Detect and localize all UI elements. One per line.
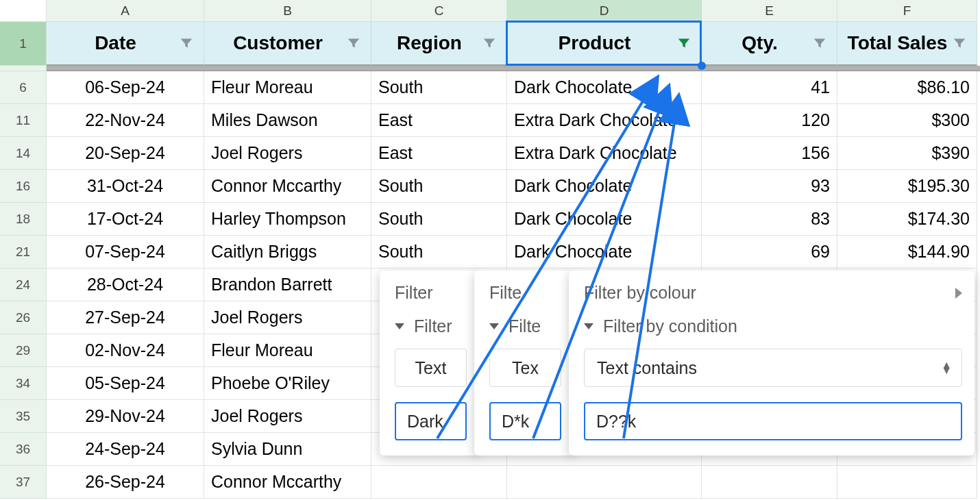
cell-product[interactable]: Dark Chocolate: [507, 236, 702, 268]
row-header[interactable]: 37: [0, 466, 47, 499]
header-customer[interactable]: Customer: [204, 22, 371, 66]
cell-date[interactable]: 17-Oct-24: [47, 203, 204, 236]
cell-customer[interactable]: Fleur Moreau: [204, 71, 371, 104]
cell-customer[interactable]: Harley Thompson: [204, 203, 371, 236]
filter-by-condition-label[interactable]: Filter: [414, 316, 452, 336]
cell-product[interactable]: [507, 466, 702, 499]
cell-total[interactable]: $195.30: [837, 170, 977, 203]
cell-qty[interactable]: [702, 466, 837, 499]
cell-total[interactable]: $174.30: [837, 203, 977, 236]
filter-by-condition-label[interactable]: Filter by condition: [603, 316, 737, 336]
cell-customer[interactable]: Joel Rogers: [204, 400, 371, 433]
cell-region[interactable]: South: [371, 170, 507, 203]
header-qty[interactable]: Qty.: [702, 22, 837, 66]
filter-icon[interactable]: [952, 36, 967, 51]
cell-date[interactable]: 29-Nov-24: [47, 400, 204, 433]
cell-product[interactable]: Extra Dark Chocolate: [507, 137, 702, 170]
cell-customer[interactable]: Caitlyn Briggs: [204, 236, 371, 268]
cell-date[interactable]: 02-Nov-24: [47, 334, 204, 367]
col-header-a[interactable]: A: [47, 0, 204, 22]
cell-qty[interactable]: 83: [702, 203, 837, 236]
filter-icon[interactable]: [482, 36, 497, 51]
cell-product[interactable]: Dark Chocolate: [507, 170, 702, 203]
row-header[interactable]: 16: [0, 170, 47, 203]
filter-by-colour-label[interactable]: Filter by colour: [584, 283, 696, 303]
cell-date[interactable]: 06-Sep-24: [47, 71, 204, 104]
cell-qty[interactable]: 41: [702, 71, 837, 104]
filter-by-colour-label[interactable]: Filter: [395, 283, 433, 303]
cell-date[interactable]: 22-Nov-24: [47, 104, 204, 137]
cell-total[interactable]: $144.90: [837, 236, 977, 268]
cell-customer[interactable]: Joel Rogers: [204, 137, 371, 170]
cell-date[interactable]: 05-Sep-24: [47, 367, 204, 400]
select-all-corner[interactable]: [0, 0, 47, 22]
cell-date[interactable]: 07-Sep-24: [47, 236, 204, 268]
col-header-b[interactable]: B: [204, 0, 371, 22]
filter-by-colour-label[interactable]: Filte: [489, 283, 522, 303]
col-header-c[interactable]: C: [371, 0, 507, 22]
filter-icon-active[interactable]: [676, 36, 691, 51]
filter-by-condition-label[interactable]: Filte: [509, 316, 541, 336]
cell-date[interactable]: 31-Oct-24: [47, 170, 204, 203]
row-header[interactable]: 26: [0, 301, 47, 334]
condition-select[interactable]: Tex: [489, 349, 561, 387]
col-header-f[interactable]: F: [837, 0, 977, 22]
filter-icon[interactable]: [346, 36, 361, 51]
cell-qty[interactable]: 69: [702, 236, 837, 268]
row-header[interactable]: 36: [0, 433, 47, 466]
table-row: 3726-Sep-24Connor Mccarthy: [0, 466, 980, 499]
row-header[interactable]: 6: [0, 71, 47, 104]
cell-qty[interactable]: 120: [702, 104, 837, 137]
cell-region[interactable]: East: [371, 104, 507, 137]
cell-region[interactable]: South: [371, 71, 507, 104]
cell-qty[interactable]: 93: [702, 170, 837, 203]
cell-customer[interactable]: Sylvia Dunn: [204, 433, 371, 466]
header-product[interactable]: Product: [507, 22, 702, 66]
cell-date[interactable]: 24-Sep-24: [47, 433, 204, 466]
filter-icon[interactable]: [179, 36, 194, 51]
row-header[interactable]: 29: [0, 334, 47, 367]
cell-product[interactable]: Dark Chocolate: [507, 203, 702, 236]
filter-value-input[interactable]: D??k: [584, 402, 962, 440]
filter-value-input[interactable]: D*k: [489, 402, 561, 440]
cell-customer[interactable]: Phoebe O'Riley: [204, 367, 371, 400]
row-header[interactable]: 24: [0, 268, 47, 301]
cell-date[interactable]: 20-Sep-24: [47, 137, 204, 170]
row-header[interactable]: 18: [0, 203, 47, 236]
condition-select[interactable]: Text contains ▲▼: [584, 349, 962, 387]
header-date[interactable]: Date: [47, 22, 204, 66]
cell-customer[interactable]: Fleur Moreau: [204, 334, 371, 367]
col-header-d[interactable]: D: [507, 0, 702, 22]
cell-customer[interactable]: Brandon Barrett: [204, 268, 371, 301]
cell-total[interactable]: $300: [837, 104, 977, 137]
filter-icon[interactable]: [812, 36, 827, 51]
cell-customer[interactable]: Connor Mccarthy: [204, 170, 371, 203]
row-header[interactable]: 35: [0, 400, 47, 433]
cell-region[interactable]: South: [371, 203, 507, 236]
condition-select[interactable]: Text: [395, 349, 467, 387]
row-header[interactable]: 34: [0, 367, 47, 400]
cell-customer[interactable]: Connor Mccarthy: [204, 466, 371, 499]
cell-product[interactable]: Extra Dark Chocolate: [507, 104, 702, 137]
col-header-e[interactable]: E: [702, 0, 837, 22]
cell-region[interactable]: [371, 466, 507, 499]
cell-qty[interactable]: 156: [702, 137, 837, 170]
cell-date[interactable]: 28-Oct-24: [47, 268, 204, 301]
cell-customer[interactable]: Joel Rogers: [204, 301, 371, 334]
cell-region[interactable]: South: [371, 236, 507, 268]
cell-date[interactable]: 27-Sep-24: [47, 301, 204, 334]
row-header[interactable]: 14: [0, 137, 47, 170]
cell-total[interactable]: $86.10: [837, 71, 977, 104]
cell-customer[interactable]: Miles Dawson: [204, 104, 371, 137]
cell-total[interactable]: $390: [837, 137, 977, 170]
row-header[interactable]: 21: [0, 236, 47, 268]
cell-total[interactable]: [837, 466, 977, 499]
row-header-1[interactable]: 1: [0, 22, 47, 66]
filter-value-input[interactable]: Dark: [395, 402, 467, 440]
cell-region[interactable]: East: [371, 137, 507, 170]
row-header[interactable]: 11: [0, 104, 47, 137]
cell-date[interactable]: 26-Sep-24: [47, 466, 204, 499]
header-region[interactable]: Region: [371, 22, 507, 66]
cell-product[interactable]: Dark Chocolate: [507, 71, 702, 104]
header-total[interactable]: Total Sales: [837, 22, 977, 66]
